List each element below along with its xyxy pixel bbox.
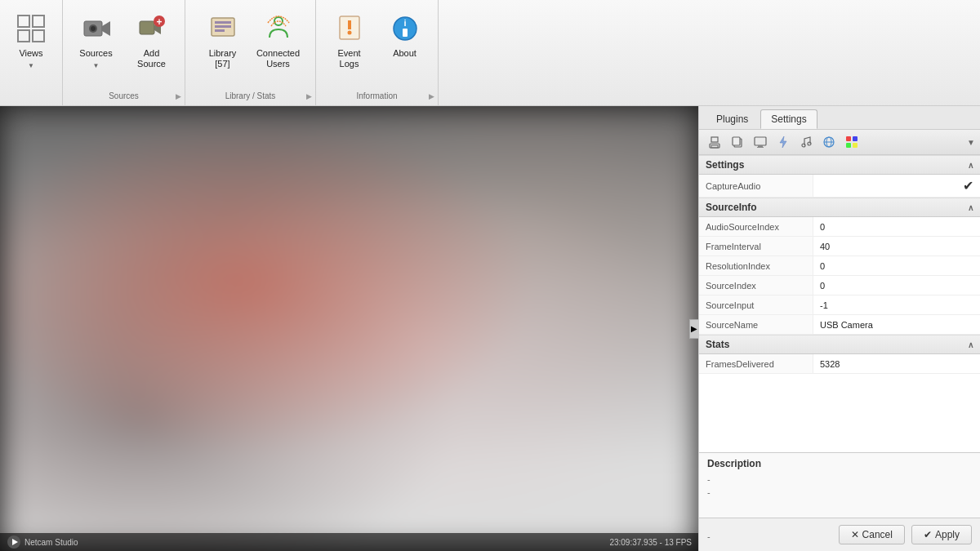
source-name-label: SourceName [699, 315, 813, 334]
audio-source-index-row: AudioSourceIndex 0 [699, 217, 980, 237]
svg-rect-26 [711, 145, 718, 148]
resolution-index-row: ResolutionIndex 0 [699, 256, 980, 276]
globe-icon[interactable] [818, 132, 840, 152]
sources-group-label: Sources [63, 91, 185, 100]
audio-source-index-value: 0 [813, 217, 980, 236]
svg-rect-31 [757, 147, 764, 148]
svg-rect-40 [846, 143, 851, 148]
tab-settings[interactable]: Settings [760, 109, 817, 129]
settings-area: Settings ∧ CaptureAudio ✔ SourceInfo ∧ [699, 155, 980, 452]
panel-tabs: Plugins Settings [699, 106, 980, 130]
sources-button[interactable]: Sources ▼ [70, 8, 122, 73]
right-panel: Plugins Settings [698, 106, 980, 551]
toolbar-group-sources: Sources ▼ + Add Source Sources ▶ [63, 0, 185, 105]
svg-text:+: + [156, 16, 162, 28]
views-button[interactable]: Views ▼ [5, 8, 57, 73]
svg-marker-32 [780, 136, 786, 148]
source-index-row: SourceIndex 0 [699, 276, 980, 295]
svg-rect-28 [733, 137, 740, 145]
frame-interval-value: 40 [813, 237, 980, 256]
cancel-icon: ✕ [851, 529, 859, 540]
library-button[interactable]: Library[57] [197, 8, 249, 73]
audio-source-index-label: AudioSourceIndex [699, 217, 813, 236]
frame-interval-label: FrameInterval [699, 237, 813, 256]
about-button[interactable]: i About [379, 8, 431, 73]
apply-label: Apply [935, 529, 960, 540]
toolbar-group-library: Library[57] ConnectedUsers Library / Sta… [185, 0, 316, 105]
connected-users-button[interactable]: ConnectedUsers [252, 8, 305, 73]
library-label: Library[57] [209, 48, 237, 69]
sourceinfo-section: SourceInfo ∧ AudioSourceIndex 0 FrameInt… [699, 198, 980, 335]
source-input-label: SourceInput [699, 295, 813, 314]
description-line-2: - [707, 487, 972, 497]
views-group-label [0, 91, 62, 100]
capture-audio-checkbox[interactable]: ✔ [963, 178, 973, 193]
toolbar-group-information: EventLogs i About Information ▶ [316, 0, 439, 105]
main-area: Netcam Studio 23:09:37.935 - 13 FPS ▶ Pl… [0, 106, 980, 551]
svg-rect-8 [140, 21, 154, 34]
information-group-label: Information [316, 91, 438, 100]
panel-footer: - ✕ Cancel ✔ Apply [699, 518, 980, 551]
source-index-value: 0 [813, 276, 980, 295]
settings-collapse-btn[interactable]: ∧ [968, 161, 973, 170]
cancel-button[interactable]: ✕ Cancel [839, 525, 905, 544]
capture-audio-label: CaptureAudio [699, 175, 813, 197]
tab-plugins[interactable]: Plugins [706, 109, 759, 129]
svg-rect-39 [853, 136, 858, 141]
library-group-label: Library / Stats [185, 91, 315, 100]
source-name-row: SourceName USB Camera [699, 315, 980, 335]
video-logo: Netcam Studio [7, 535, 78, 549]
toolbar-group-views: Views ▼ [0, 0, 63, 105]
stats-collapse-btn[interactable]: ∧ [968, 340, 973, 349]
print-icon[interactable] [704, 132, 725, 152]
svg-point-33 [802, 144, 805, 147]
collapse-panel-arrow[interactable]: ▶ [689, 319, 698, 339]
svg-rect-3 [33, 30, 44, 42]
video-statusbar: Netcam Studio 23:09:37.935 - 13 FPS [0, 533, 698, 551]
source-input-row: SourceInput -1 [699, 295, 980, 315]
settings-section-title: Settings [706, 159, 744, 171]
event-logs-button[interactable]: EventLogs [323, 8, 376, 73]
add-source-button[interactable]: + Add Source [126, 8, 178, 73]
source-name-value: USB Camera [813, 315, 980, 334]
lightning-icon[interactable] [773, 132, 794, 152]
capture-audio-row: CaptureAudio ✔ [699, 175, 980, 198]
library-icon [207, 12, 239, 45]
svg-text:i: i [403, 18, 406, 28]
settings-section: Settings ∧ CaptureAudio ✔ [699, 155, 980, 198]
frames-delivered-label: FramesDelivered [699, 354, 813, 373]
color-icon[interactable] [841, 132, 862, 152]
description-line-1: - [707, 474, 972, 484]
sources-label: Sources [79, 48, 112, 59]
stats-section: Stats ∧ FramesDelivered 5328 [699, 335, 980, 374]
svg-point-18 [347, 31, 351, 35]
frames-delivered-row: FramesDelivered 5328 [699, 354, 980, 374]
svg-rect-2 [18, 30, 29, 42]
svg-rect-38 [846, 136, 851, 141]
svg-rect-29 [755, 137, 766, 145]
event-logs-icon [333, 12, 366, 45]
description-title: Description [707, 458, 972, 469]
views-label: Views [19, 48, 42, 59]
sourceinfo-collapse-btn[interactable]: ∧ [968, 203, 973, 212]
resolution-index-label: ResolutionIndex [699, 256, 813, 275]
video-timestamp: 23:09:37.935 - 13 FPS [609, 538, 692, 547]
svg-rect-21 [403, 29, 408, 37]
connected-users-icon [262, 12, 295, 45]
apply-button[interactable]: ✔ Apply [911, 525, 972, 544]
toolbar-expand-arrow[interactable]: ▼ [967, 138, 975, 147]
views-icon [15, 12, 47, 45]
frames-delivered-value: 5328 [813, 354, 980, 373]
cancel-label: Cancel [862, 529, 893, 540]
sources-icon [80, 12, 113, 45]
music-icon[interactable] [795, 132, 817, 152]
description-line-3: - [707, 525, 710, 541]
copy-icon[interactable] [727, 132, 748, 152]
svg-rect-0 [18, 16, 29, 27]
monitor-icon[interactable] [750, 132, 771, 152]
video-area: Netcam Studio 23:09:37.935 - 13 FPS ▶ [0, 106, 698, 551]
connected-users-label: ConnectedUsers [256, 48, 300, 69]
frame-interval-row: FrameInterval 40 [699, 237, 980, 256]
svg-rect-30 [758, 145, 763, 147]
about-label: About [393, 48, 416, 59]
